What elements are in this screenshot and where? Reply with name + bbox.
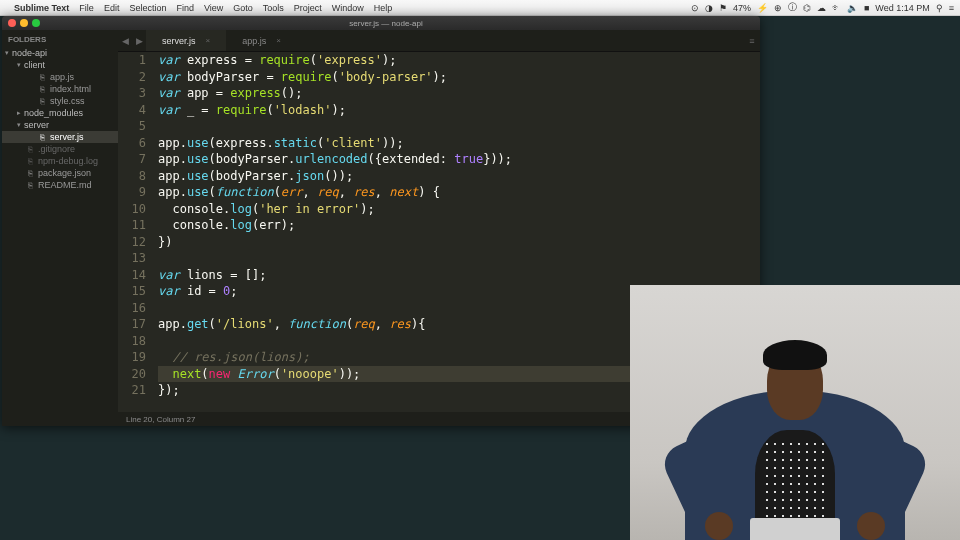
line-number: 5 xyxy=(118,118,146,135)
menu-goto[interactable]: Goto xyxy=(233,3,253,13)
code-line[interactable]: app.use(express.static('client')); xyxy=(158,135,760,152)
tab-close-icon[interactable]: × xyxy=(276,36,281,45)
status-icon[interactable]: ⚑ xyxy=(719,3,727,13)
sidebar-item-server[interactable]: ▾server xyxy=(2,119,118,131)
battery-icon[interactable]: ■ xyxy=(864,3,869,13)
menubar-clock[interactable]: Wed 1:14 PM xyxy=(875,3,929,13)
sidebar-item-client[interactable]: ▾client xyxy=(2,59,118,71)
code-line[interactable]: app.use(bodyParser.urlencoded({extended:… xyxy=(158,151,760,168)
menubar-app-name[interactable]: Sublime Text xyxy=(14,3,69,13)
line-number: 12 xyxy=(118,234,146,251)
code-line[interactable]: app.use(function(err, req, res, next) { xyxy=(158,184,760,201)
battery-percent[interactable]: 47% xyxy=(733,3,751,13)
menu-view[interactable]: View xyxy=(204,3,223,13)
code-line[interactable]: var app = express(); xyxy=(158,85,760,102)
menu-selection[interactable]: Selection xyxy=(129,3,166,13)
presenter-video-overlay xyxy=(630,285,960,540)
macos-menubar: Sublime Text File Edit Selection Find Vi… xyxy=(0,0,960,16)
sidebar-item-index-html[interactable]: ⎘index.html xyxy=(2,83,118,95)
file-icon: ⎘ xyxy=(24,145,36,154)
status-icon[interactable]: ⓘ xyxy=(788,1,797,14)
tab-close-icon[interactable]: × xyxy=(206,36,211,45)
menu-tools[interactable]: Tools xyxy=(263,3,284,13)
menu-window[interactable]: Window xyxy=(332,3,364,13)
status-icon[interactable]: ⊙ xyxy=(691,3,699,13)
code-line[interactable]: console.log('her in error'); xyxy=(158,201,760,218)
disclosure-arrow-icon[interactable]: ▾ xyxy=(2,49,12,57)
tab-server-js[interactable]: server.js × xyxy=(146,30,226,51)
line-number: 4 xyxy=(118,102,146,119)
disclosure-arrow-icon[interactable]: ▾ xyxy=(14,121,24,129)
line-number: 2 xyxy=(118,69,146,86)
code-line[interactable]: var bodyParser = require('body-parser'); xyxy=(158,69,760,86)
tab-label: server.js xyxy=(162,36,196,46)
menu-file[interactable]: File xyxy=(79,3,94,13)
code-line[interactable]: console.log(err); xyxy=(158,217,760,234)
tab-history-back-icon[interactable]: ◀ xyxy=(118,30,132,51)
status-icon[interactable]: ⚡ xyxy=(757,3,768,13)
file-icon: ⎘ xyxy=(36,85,48,94)
code-line[interactable] xyxy=(158,250,760,267)
sidebar-item-style-css[interactable]: ⎘style.css xyxy=(2,95,118,107)
sidebar-item-label: node-api xyxy=(12,48,47,58)
tab-overflow-icon[interactable]: ≡ xyxy=(744,30,760,51)
sidebar-header: FOLDERS xyxy=(2,32,118,47)
sidebar-item-readme-md[interactable]: ⎘README.md xyxy=(2,179,118,191)
code-line[interactable]: var lions = []; xyxy=(158,267,760,284)
maximize-button[interactable] xyxy=(32,19,40,27)
menu-help[interactable]: Help xyxy=(374,3,393,13)
line-number-gutter: 123456789101112131415161718192021 xyxy=(118,52,154,412)
window-titlebar[interactable]: server.js — node-api xyxy=(2,16,760,30)
code-line[interactable]: var _ = require('lodash'); xyxy=(158,102,760,119)
minimize-button[interactable] xyxy=(20,19,28,27)
spotlight-icon[interactable]: ⚲ xyxy=(936,3,943,13)
code-line[interactable]: app.use(bodyParser.json()); xyxy=(158,168,760,185)
status-icon[interactable]: ⊕ xyxy=(774,3,782,13)
line-number: 9 xyxy=(118,184,146,201)
sidebar-item-label: README.md xyxy=(38,180,92,190)
file-icon: ⎘ xyxy=(36,97,48,106)
sidebar-item-label: client xyxy=(24,60,45,70)
line-number: 19 xyxy=(118,349,146,366)
sidebar-item-label: server xyxy=(24,120,49,130)
volume-icon[interactable]: 🔈 xyxy=(847,3,858,13)
presenter-figure xyxy=(675,300,915,540)
tab-app-js[interactable]: app.js × xyxy=(226,30,297,51)
file-icon: ⎘ xyxy=(36,133,48,142)
close-button[interactable] xyxy=(8,19,16,27)
status-icon[interactable]: ◑ xyxy=(705,3,713,13)
menu-edit[interactable]: Edit xyxy=(104,3,120,13)
disclosure-arrow-icon[interactable]: ▾ xyxy=(14,61,24,69)
file-icon: ⎘ xyxy=(24,157,36,166)
disclosure-arrow-icon[interactable]: ▸ xyxy=(14,109,24,117)
line-number: 13 xyxy=(118,250,146,267)
wifi-icon[interactable]: ᯤ xyxy=(832,3,841,13)
sidebar-item-label: style.css xyxy=(50,96,85,106)
sidebar-item--gitignore[interactable]: ⎘.gitignore xyxy=(2,143,118,155)
line-number: 8 xyxy=(118,168,146,185)
code-line[interactable] xyxy=(158,118,760,135)
sidebar-item-app-js[interactable]: ⎘app.js xyxy=(2,71,118,83)
line-number: 14 xyxy=(118,267,146,284)
sidebar-item-node-api[interactable]: ▾node-api xyxy=(2,47,118,59)
sidebar-item-label: node_modules xyxy=(24,108,83,118)
folder-sidebar: FOLDERS ▾node-api▾client⎘app.js⎘index.ht… xyxy=(2,30,118,426)
tab-history-forward-icon[interactable]: ▶ xyxy=(132,30,146,51)
code-line[interactable]: }) xyxy=(158,234,760,251)
code-line[interactable]: var express = require('express'); xyxy=(158,52,760,69)
menu-project[interactable]: Project xyxy=(294,3,322,13)
sidebar-item-package-json[interactable]: ⎘package.json xyxy=(2,167,118,179)
status-icon[interactable]: ☁ xyxy=(817,3,826,13)
sidebar-item-server-js[interactable]: ⎘server.js xyxy=(2,131,118,143)
sidebar-item-npm-debug-log[interactable]: ⎘npm-debug.log xyxy=(2,155,118,167)
sidebar-item-label: server.js xyxy=(50,132,84,142)
line-number: 20 xyxy=(118,366,146,383)
line-number: 17 xyxy=(118,316,146,333)
window-title: server.js — node-api xyxy=(48,19,724,28)
menu-find[interactable]: Find xyxy=(176,3,194,13)
sidebar-item-node-modules[interactable]: ▸node_modules xyxy=(2,107,118,119)
notification-center-icon[interactable]: ≡ xyxy=(949,3,954,13)
status-icon[interactable]: ⌬ xyxy=(803,3,811,13)
sidebar-item-label: app.js xyxy=(50,72,74,82)
tab-label: app.js xyxy=(242,36,266,46)
